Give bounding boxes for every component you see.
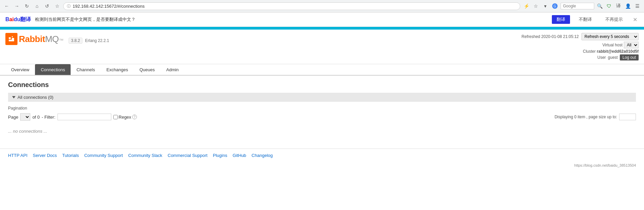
main-content: Connections All connections (0) Paginati…: [0, 76, 644, 146]
of-label: of 0: [32, 115, 40, 120]
logo-icon: [5, 33, 17, 45]
regex-checkbox[interactable]: [113, 115, 118, 119]
cluster-name: rabbit@edd62a010d5f: [597, 49, 639, 54]
baidu-logo: Baidu翻译: [5, 16, 31, 23]
user-row: User guest Log out: [522, 54, 639, 60]
translate-icon[interactable]: 译: [614, 2, 622, 10]
baidu-close-button[interactable]: ✕: [632, 16, 639, 23]
logo-text: RabbitMQ™: [19, 34, 63, 44]
page-title: Connections: [8, 81, 636, 89]
svg-rect-4: [12, 36, 13, 37]
tab-queues[interactable]: Queues: [134, 64, 161, 75]
vhost-select[interactable]: All /: [624, 42, 639, 48]
virtual-host-label: Virtual host: [602, 43, 622, 47]
shield-icon[interactable]: 🛡: [605, 2, 613, 10]
refresh-select[interactable]: Refresh every 5 seconds Refresh every 10…: [581, 33, 639, 40]
tab-channels[interactable]: Channels: [71, 64, 101, 75]
displaying-label: Displaying 0 item , page size up to:: [555, 115, 617, 119]
connections-section-body: Pagination Page of 0 - Filter: Regex ? D…: [8, 102, 636, 140]
profile-icon[interactable]: 👤: [624, 2, 632, 10]
footer-link-commercial-support[interactable]: Commercial Support: [168, 153, 208, 158]
svg-rect-6: [9, 40, 14, 41]
address-bar[interactable]: ⓘ 192.168.42.142:15672/#/connections: [63, 2, 520, 10]
url-text: 192.168.42.142:15672/#/connections: [73, 4, 517, 9]
logout-button[interactable]: Log out: [620, 54, 639, 60]
footer-link-server-docs[interactable]: Server Docs: [33, 153, 57, 158]
regex-label: Regex ?: [113, 115, 137, 120]
dropdown-icon[interactable]: ▾: [541, 2, 549, 10]
browser-chrome: ← → ↻ ⌂ ↺ ☆ ⓘ 192.168.42.142:15672/#/con…: [0, 0, 644, 12]
footer-link-http-api[interactable]: HTTP API: [8, 153, 28, 158]
filter-label: - Filter:: [42, 115, 55, 120]
baidu-translate-button[interactable]: 翻译: [552, 15, 570, 24]
version-badge: 3.8.2: [69, 38, 82, 44]
star-icon[interactable]: ☆: [532, 2, 540, 10]
all-connections-header[interactable]: All connections (0): [8, 93, 636, 102]
rabbitmq-logo: RabbitMQ™ 3.8.2 Erlang 22.2.1: [5, 33, 109, 45]
page-label: Page: [8, 115, 18, 120]
cluster-row: Cluster rabbit@edd62a010d5f: [522, 49, 639, 54]
filter-input[interactable]: [58, 114, 111, 120]
username: guest: [608, 55, 618, 60]
status-url-text: https://blog.csdn.net/baidu_38513504: [574, 163, 636, 167]
tab-overview[interactable]: Overview: [5, 64, 35, 75]
bookmark-button[interactable]: ☆: [53, 2, 61, 10]
baidu-message: 检测到当前网页不是中文网页，是否要翻译成中文？: [35, 16, 548, 23]
lightning-icon[interactable]: ⚡: [522, 2, 530, 10]
forward-button[interactable]: →: [13, 2, 21, 10]
pagination-right: Displaying 0 item , page size up to: 100: [555, 114, 636, 120]
regex-help-icon[interactable]: ?: [132, 115, 137, 119]
baidu-no-remind-button[interactable]: 不再提示: [601, 15, 628, 24]
footer: HTTP API Server Docs Tutorials Community…: [0, 149, 644, 162]
refreshed-label: Refreshed 2020-01-08 21:05:12: [522, 34, 579, 39]
rabbitmq-topbar: [0, 27, 644, 30]
footer-link-tutorials[interactable]: Tutorials: [62, 153, 79, 158]
footer-link-changelog[interactable]: Changelog: [252, 153, 273, 158]
rabbitmq-header: RabbitMQ™ 3.8.2 Erlang 22.2.1 Refreshed …: [0, 30, 644, 64]
svg-rect-5: [12, 38, 14, 40]
nav-tabs: Overview Connections Channels Exchanges …: [0, 64, 644, 76]
google-icon: G: [552, 3, 558, 9]
baidu-no-translate-button[interactable]: 不翻译: [574, 15, 597, 24]
svg-text:G: G: [554, 4, 556, 8]
erlang-version: Erlang 22.2.1: [85, 38, 109, 43]
footer-link-community-support[interactable]: Community Support: [84, 153, 123, 158]
menu-icon[interactable]: ☰: [633, 2, 641, 10]
collapse-icon: [12, 96, 15, 98]
no-connections-text: ... no connections ...: [8, 126, 636, 136]
baidu-translation-bar: Baidu翻译 检测到当前网页不是中文网页，是否要翻译成中文？ 翻译 不翻译 不…: [0, 12, 644, 27]
footer-link-plugins[interactable]: Plugins: [213, 153, 227, 158]
header-right: Refreshed 2020-01-08 21:05:12 Refresh ev…: [522, 33, 639, 60]
all-connections-label: All connections (0): [17, 95, 53, 100]
browser-search-input[interactable]: [561, 3, 594, 9]
search-icon[interactable]: 🔍: [596, 2, 604, 10]
svg-rect-3: [9, 37, 11, 39]
regex-text: Regex: [119, 115, 131, 120]
home-button[interactable]: ⌂: [33, 2, 41, 10]
user-label: User: [597, 55, 606, 60]
history-button[interactable]: ↺: [43, 2, 51, 10]
footer-link-github[interactable]: GitHub: [233, 153, 246, 158]
cluster-label: Cluster: [583, 49, 596, 54]
page-select[interactable]: [20, 113, 30, 121]
browser-right-icons: ⚡ ☆ ▾ G 🔍 🛡 译 👤 ☰: [522, 2, 641, 10]
footer-link-community-slack[interactable]: Community Slack: [128, 153, 162, 158]
refresh-row: Refreshed 2020-01-08 21:05:12 Refresh ev…: [522, 33, 639, 40]
status-url: https://blog.csdn.net/baidu_38513504: [0, 162, 644, 169]
back-button[interactable]: ←: [3, 2, 11, 10]
vhost-row: Virtual host All /: [522, 42, 639, 48]
browser-toolbar: ← → ↻ ⌂ ↺ ☆ ⓘ 192.168.42.142:15672/#/con…: [0, 0, 644, 12]
tab-admin[interactable]: Admin: [160, 64, 184, 75]
tab-exchanges[interactable]: Exchanges: [101, 64, 134, 75]
page-size-input[interactable]: 100: [619, 114, 636, 120]
pagination-label: Pagination: [8, 106, 636, 111]
reload-button[interactable]: ↻: [23, 2, 31, 10]
pagination-controls: Page of 0 - Filter: Regex ? Displaying 0…: [8, 113, 636, 121]
version-info: 3.8.2 Erlang 22.2.1: [69, 34, 109, 44]
tab-connections[interactable]: Connections: [35, 64, 71, 75]
lock-icon: ⓘ: [67, 4, 71, 9]
